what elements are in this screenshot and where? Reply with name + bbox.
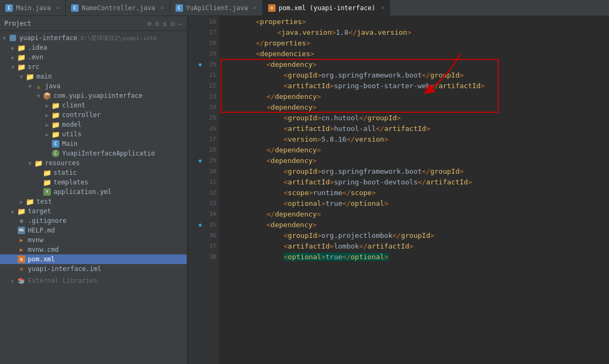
- gutter-line-26: 26: [187, 123, 219, 134]
- tab-name-controller[interactable]: C NameController.java ×: [66, 0, 170, 16]
- tree-label-application-yml: application.yml: [54, 188, 111, 196]
- gutter-line-25: 25: [187, 112, 219, 123]
- tree-item-src[interactable]: ▼ 📁 src: [0, 62, 187, 72]
- tree-item-gitignore[interactable]: ⚙ .gitignore: [0, 216, 187, 226]
- settings-icon[interactable]: ⚙: [170, 19, 174, 28]
- folder-icon: 📁: [26, 72, 34, 81]
- folder-icon: 📁: [43, 168, 51, 177]
- line-number: 33: [205, 200, 216, 207]
- line-number: 20: [205, 61, 216, 68]
- tree-item-pom-xml[interactable]: m pom.xml: [0, 254, 187, 264]
- expand-arrow: ▼: [0, 34, 9, 42]
- tree-label-test: test: [36, 198, 52, 205]
- line-number: 24: [205, 104, 216, 111]
- code-line-31: <artifactId>spring-boot-devtools</artifa…: [224, 176, 609, 187]
- tree-label-mvnw: mvnw: [28, 236, 43, 244]
- tree-label-model: model: [62, 121, 81, 128]
- line-number: 22: [205, 82, 216, 89]
- line-number: 26: [205, 125, 216, 132]
- iml-icon: ⚙: [17, 265, 26, 273]
- tree-label-pom-xml: pom.xml: [28, 255, 55, 263]
- main-layout: Project ⊕ ≡ ⇅ ⚙ — ▼ yuapi-interface D:\星…: [0, 16, 609, 364]
- code-line-24: <dependency>: [224, 102, 609, 112]
- tree-item-external-libs[interactable]: ▶ 📚 External Libraries: [0, 276, 187, 285]
- tree-item-java[interactable]: ▼ ☕ java: [0, 81, 187, 91]
- gutter-line-23: 23: [187, 91, 219, 102]
- tree-item-main-file[interactable]: C Main: [0, 139, 187, 149]
- gutter-line-31: 31: [187, 176, 219, 187]
- md-icon: MD: [17, 226, 26, 235]
- line-number: 34: [205, 211, 216, 218]
- code-line-29: <dependency>: [224, 155, 609, 166]
- gutter-line-17: 17: [187, 27, 219, 37]
- tree-label-external-libs: External Libraries: [28, 277, 97, 284]
- xml-bracket: <: [256, 18, 260, 26]
- folder-icon: 📁: [17, 207, 26, 215]
- tree-label-yuapi-app: YuapiInterfaceApplicatio: [62, 150, 155, 157]
- collapse-all-icon[interactable]: ≡: [155, 19, 159, 28]
- scope-icon[interactable]: ⊕: [147, 19, 151, 28]
- line-number: 31: [205, 179, 216, 185]
- tree-item-mvnw-cmd[interactable]: ▶ mvnw.cmd: [0, 245, 187, 254]
- expand-arrow: ▼: [26, 82, 34, 90]
- tab-pom-xml[interactable]: m pom.xml (yuapi-interface) ×: [263, 0, 390, 16]
- expand-arrow: ▶: [9, 276, 17, 285]
- tree-item-utils[interactable]: ▶ 📁 utils: [0, 129, 187, 139]
- tab-yuapi-client[interactable]: C YuApiClient.java ×: [170, 0, 263, 16]
- tree-item-test[interactable]: ▶ 📁 test: [0, 197, 187, 206]
- tree-item-mvn[interactable]: ▶ 📁 .mvn: [0, 52, 187, 62]
- tab-name-controller-close[interactable]: ×: [161, 4, 164, 11]
- bookmark-icon: ●: [196, 60, 204, 68]
- tab-main-java-close[interactable]: ×: [56, 4, 60, 11]
- tree-label-main-file: Main: [62, 140, 78, 148]
- tree-label-mvn: .mvn: [28, 53, 43, 61]
- pom-xml-icon: m: [17, 255, 26, 264]
- tree-label-com-pkg: com.yupi.yuapiinterface: [54, 92, 142, 99]
- tree-item-help-md[interactable]: MD HELP.md: [0, 226, 187, 235]
- line-number: 18: [205, 40, 216, 47]
- tree-item-yuapi-interface[interactable]: ▼ yuapi-interface D:\星球项目2\yuapi-inte: [0, 33, 187, 43]
- tree-item-static[interactable]: 📁 static: [0, 168, 187, 177]
- tree-label-mvnw-cmd: mvnw.cmd: [28, 246, 59, 253]
- line-number: 35: [205, 221, 216, 228]
- tree-item-idea[interactable]: ▶ 📁 .idea: [0, 43, 187, 52]
- code-line-30: <groupId>org.springframework.boot</group…: [224, 166, 609, 176]
- tree-label-target: target: [28, 207, 51, 215]
- tab-yuapi-client-close[interactable]: ×: [253, 4, 257, 11]
- tree-item-resources[interactable]: ▼ 📁 resources: [0, 158, 187, 168]
- hide-icon[interactable]: —: [178, 19, 182, 28]
- sidebar: Project ⊕ ≡ ⇅ ⚙ — ▼ yuapi-interface D:\星…: [0, 16, 187, 364]
- line-number: 25: [205, 114, 216, 121]
- line-number: 36: [205, 232, 216, 239]
- tree-item-yuapi-app[interactable]: C YuapiInterfaceApplicatio: [0, 149, 187, 158]
- tree-item-templates[interactable]: 📁 templates: [0, 177, 187, 187]
- folder-icon: 📁: [26, 197, 34, 206]
- tree-item-main[interactable]: ▼ 📁 main: [0, 72, 187, 81]
- tree-sublabel-yuapi-interface: D:\星球项目2\yuapi-inte: [80, 34, 157, 42]
- tab-pom-xml-close[interactable]: ×: [380, 4, 384, 11]
- tree-item-com-pkg[interactable]: ▼ 📦 com.yupi.yuapiinterface: [0, 91, 187, 100]
- tree-item-client[interactable]: ▶ 📁 client: [0, 100, 187, 110]
- sort-icon[interactable]: ⇅: [163, 19, 167, 28]
- tree-item-controller[interactable]: ▶ 📁 controller: [0, 110, 187, 120]
- tab-main-java[interactable]: C Main.java ×: [0, 0, 66, 16]
- src-folder-icon: 📁: [17, 63, 26, 71]
- gutter-line-35: ● 35: [187, 219, 219, 230]
- folder-icon: 📁: [51, 101, 60, 110]
- bookmark-icon: ●: [196, 157, 204, 164]
- tree-item-yuapi-iml[interactable]: ⚙ yuapi-interface.iml: [0, 264, 187, 274]
- code-area[interactable]: <properties> <java.version>1.8</java.ver…: [219, 16, 609, 364]
- tree-item-mvnw[interactable]: ▶ mvnw: [0, 235, 187, 245]
- tree-item-target[interactable]: ▶ 📁 target: [0, 206, 187, 216]
- gutter-line-33: 33: [187, 198, 219, 208]
- gutter-line-18: 18: [187, 37, 219, 48]
- expand-arrow: ▶: [43, 101, 51, 110]
- gutter-line-32: 32: [187, 187, 219, 198]
- tree-item-model[interactable]: ▶ 📁 model: [0, 120, 187, 129]
- code-line-20: <dependency>: [224, 59, 609, 69]
- tree-label-resources: resources: [45, 159, 80, 167]
- folder-icon: 📁: [51, 120, 60, 129]
- code-line-36: <groupId>org.projectlombok</groupId>: [224, 230, 609, 241]
- project-tree: ▼ yuapi-interface D:\星球项目2\yuapi-inte ▶ …: [0, 31, 187, 364]
- tree-item-application-yml[interactable]: Y application.yml: [0, 187, 187, 197]
